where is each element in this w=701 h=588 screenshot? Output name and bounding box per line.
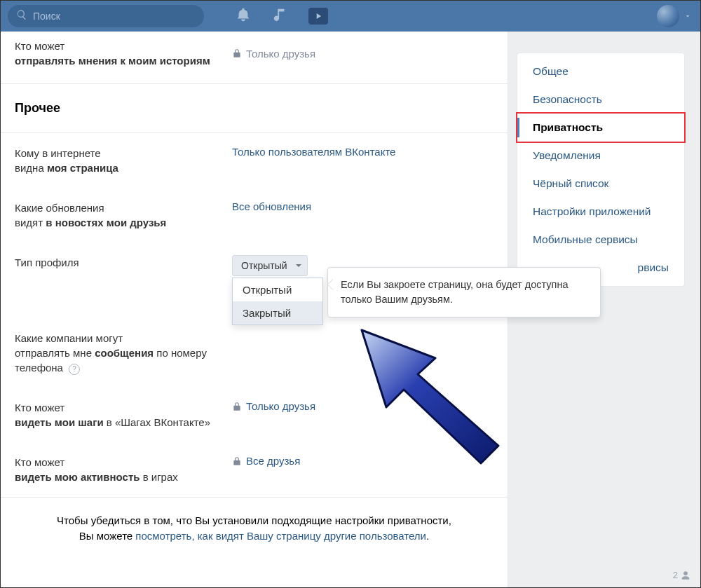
user-menu[interactable] xyxy=(657,5,692,27)
row-news-updates: Какие обновления видят в новостях мои др… xyxy=(1,188,508,242)
settings-sidebar: Общее Безопасность Приватность Уведомлен… xyxy=(517,53,685,287)
person-icon xyxy=(681,570,690,580)
label-plain: в «Шагах ВКонтакте» xyxy=(104,416,210,428)
steps-value[interactable]: Только друзья xyxy=(232,400,315,412)
row-steps: Кто может видеть мои шаги в «Шагах ВКонт… xyxy=(1,388,508,442)
updates-value[interactable]: Все обновления xyxy=(232,200,311,212)
label-line1: Кто может xyxy=(15,456,64,468)
top-header xyxy=(1,1,700,32)
label-line1: Кто может xyxy=(15,402,64,413)
story-opinions-value[interactable]: Только друзья xyxy=(232,39,315,68)
label-bold: моя страница xyxy=(47,162,118,174)
bottom-hint: Чтобы убедиться в том, что Вы установили… xyxy=(1,497,508,562)
help-icon[interactable]: ? xyxy=(69,364,80,375)
sidebar-item-apps[interactable]: Настройки приложений xyxy=(517,198,684,226)
music-icon[interactable] xyxy=(272,7,287,25)
label-line1: Какие компании могут xyxy=(15,332,123,344)
row-internet-visibility: Кому в интернете видна моя страница Толь… xyxy=(1,133,508,188)
profile-type-tooltip: Если Вы закроете страницу, она будет дос… xyxy=(327,267,601,317)
sidebar-item-general[interactable]: Общее xyxy=(517,57,684,86)
sidebar-item-mobile[interactable]: Мобильные сервисы xyxy=(517,226,684,254)
online-indicator[interactable]: 2 xyxy=(673,570,690,580)
label-text: Кому в интернете xyxy=(15,147,101,159)
label-bold: сообщения xyxy=(95,347,154,359)
preview-link[interactable]: посмотреть, как видят Вашу страницу друг… xyxy=(135,530,426,542)
value-text: Только друзья xyxy=(246,400,315,412)
label-bold: видеть мои шаги xyxy=(15,416,104,428)
label-plain: в играх xyxy=(139,471,177,483)
label-plain: видят xyxy=(15,217,46,228)
label-text: Какие обновления xyxy=(15,202,104,214)
sidebar-item-blacklist[interactable]: Чёрный список xyxy=(517,170,684,198)
bell-icon[interactable] xyxy=(236,7,251,25)
presence-count: 2 xyxy=(673,570,678,580)
value-text: Все друзья xyxy=(246,455,300,467)
value-text: Только друзья xyxy=(246,48,315,60)
visibility-value[interactable]: Только пользователям ВКонтакте xyxy=(232,146,395,158)
label-text: Кто может xyxy=(15,40,64,52)
label-bold: в новостях мои друзья xyxy=(46,217,166,228)
lock-icon xyxy=(232,48,242,58)
row-games: Кто может видеть мою активность в играх … xyxy=(1,442,508,497)
profile-type-option-closed[interactable]: Закрытый xyxy=(233,301,322,324)
label-text: Тип профиля xyxy=(15,257,79,268)
games-value[interactable]: Все друзья xyxy=(232,455,300,467)
label-bold: отправлять мнения к моим историям xyxy=(15,55,210,67)
profile-type-select[interactable]: Открытый xyxy=(232,255,308,276)
hint-text-2: Вы можете xyxy=(79,530,136,542)
hint-text-1: Чтобы убедиться в том, что Вы установили… xyxy=(57,514,451,526)
search-box[interactable] xyxy=(8,5,204,27)
profile-type-menu: Открытый Закрытый xyxy=(232,278,323,325)
sidebar-item-security[interactable]: Безопасность xyxy=(517,86,684,114)
section-title: Прочее xyxy=(1,84,508,133)
sidebar-item-privacy[interactable]: Приватность xyxy=(516,112,686,143)
search-input[interactable] xyxy=(33,11,196,22)
label-bold: видеть мою активность xyxy=(15,471,139,483)
sidebar-item-notifications[interactable]: Уведомления xyxy=(517,142,684,170)
avatar xyxy=(657,5,679,27)
profile-type-option-open[interactable]: Открытый xyxy=(233,278,322,301)
story-opinions-row: Кто может отправлять мнения к моим истор… xyxy=(1,32,508,84)
header-icons xyxy=(236,7,328,25)
label-plain-a: отправлять мне xyxy=(15,347,95,359)
lock-icon xyxy=(232,402,242,411)
video-icon[interactable] xyxy=(308,8,328,25)
lock-icon xyxy=(232,456,242,466)
label-plain: видна xyxy=(15,162,47,174)
search-icon xyxy=(16,9,27,23)
hint-dot: . xyxy=(426,530,429,542)
chevron-down-icon xyxy=(683,12,692,20)
